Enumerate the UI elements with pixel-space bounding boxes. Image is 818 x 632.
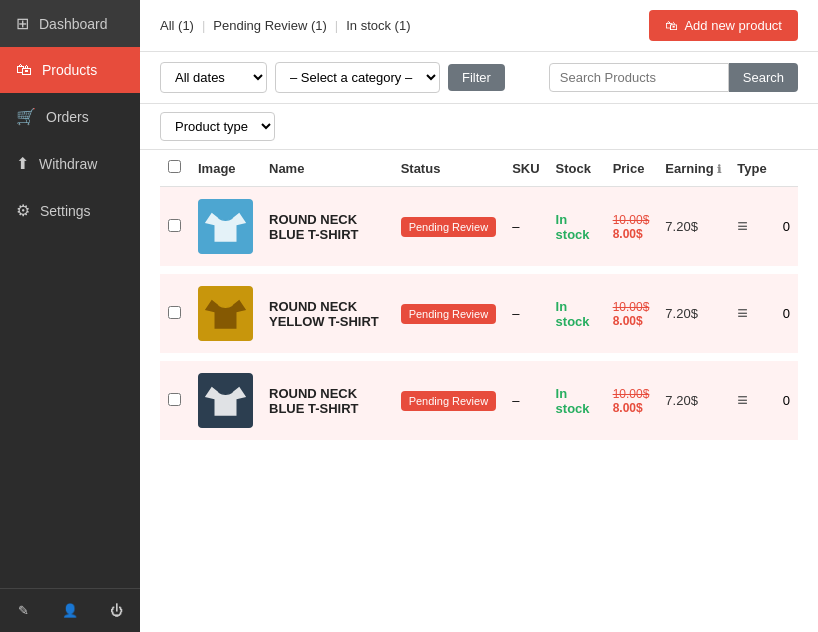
edit-button[interactable]: ✎ bbox=[0, 589, 47, 632]
tab-instock[interactable]: In stock (1) bbox=[346, 18, 410, 33]
sidebar-item-withdraw[interactable]: ⬆ Withdraw bbox=[0, 140, 140, 187]
settings-icon: ⚙ bbox=[16, 201, 30, 220]
row-image-cell bbox=[190, 357, 261, 444]
dashboard-icon: ⊞ bbox=[16, 14, 29, 33]
header-bar: All (1) | Pending Review (1) | In stock … bbox=[140, 0, 818, 52]
row-check-cell bbox=[160, 357, 190, 444]
col-extra bbox=[775, 150, 798, 187]
row-image-cell bbox=[190, 187, 261, 271]
date-filter-select[interactable]: All dates This month Last month bbox=[160, 62, 267, 93]
add-product-icon: 🛍 bbox=[665, 18, 678, 33]
orders-icon: 🛒 bbox=[16, 107, 36, 126]
row-earning-cell: 7.20$ bbox=[657, 270, 729, 357]
row-stock-cell: In stock bbox=[548, 357, 605, 444]
row-status-cell: Pending Review bbox=[393, 357, 505, 444]
row-name-cell: ROUND NECK BLUE T-SHIRT bbox=[261, 187, 393, 271]
main-content: All (1) | Pending Review (1) | In stock … bbox=[140, 0, 818, 632]
row-type-cell: ≡ bbox=[729, 270, 774, 357]
table-row: ROUND NECK BLUE T-SHIRT Pending Review –… bbox=[160, 187, 798, 271]
row-sku-cell: – bbox=[504, 357, 547, 444]
col-price: Price bbox=[605, 150, 658, 187]
col-name: Name bbox=[261, 150, 393, 187]
header-tabs: All (1) | Pending Review (1) | In stock … bbox=[160, 18, 410, 33]
sidebar-bottom: ✎ 👤 ⏻ bbox=[0, 588, 140, 632]
filters-row: All dates This month Last month – Select… bbox=[140, 52, 818, 104]
stock-value: In stock bbox=[556, 299, 590, 329]
add-product-button[interactable]: 🛍 Add new product bbox=[649, 10, 798, 41]
sidebar-item-label: Dashboard bbox=[39, 16, 108, 32]
earning-info-icon: ℹ bbox=[717, 163, 721, 175]
product-type-row: Product type Simple Variable bbox=[140, 104, 818, 150]
col-type: Type bbox=[729, 150, 774, 187]
power-button[interactable]: ⏻ bbox=[93, 589, 140, 632]
row-checkbox[interactable] bbox=[168, 306, 181, 319]
filter-button[interactable]: Filter bbox=[448, 64, 505, 91]
row-sku-cell: – bbox=[504, 270, 547, 357]
earning-value: 7.20$ bbox=[665, 306, 698, 321]
price-sale: 8.00$ bbox=[613, 401, 650, 415]
search-input[interactable] bbox=[549, 63, 729, 92]
col-earning: Earning ℹ bbox=[657, 150, 729, 187]
select-all-checkbox[interactable] bbox=[168, 160, 181, 173]
category-filter-select[interactable]: – Select a category – T-Shirts Hoodies A… bbox=[275, 62, 440, 93]
type-menu-icon[interactable]: ≡ bbox=[737, 216, 748, 236]
price-sale: 8.00$ bbox=[613, 314, 650, 328]
tab-divider-2: | bbox=[335, 18, 338, 33]
sidebar-item-label: Settings bbox=[40, 203, 91, 219]
tab-divider-1: | bbox=[202, 18, 205, 33]
row-checkbox[interactable] bbox=[168, 219, 181, 232]
tab-all[interactable]: All (1) bbox=[160, 18, 194, 33]
row-status-cell: Pending Review bbox=[393, 187, 505, 271]
price-original: 10.00$ bbox=[613, 300, 650, 314]
row-extra-cell: 0 bbox=[775, 187, 798, 271]
status-badge: Pending Review bbox=[401, 217, 497, 237]
search-group: Search bbox=[549, 63, 798, 92]
col-status: Status bbox=[393, 150, 505, 187]
col-check bbox=[160, 150, 190, 187]
earning-value: 7.20$ bbox=[665, 219, 698, 234]
col-stock: Stock bbox=[548, 150, 605, 187]
row-stock-cell: In stock bbox=[548, 270, 605, 357]
row-sku-cell: – bbox=[504, 187, 547, 271]
row-extra-cell: 0 bbox=[775, 357, 798, 444]
sidebar-item-settings[interactable]: ⚙ Settings bbox=[0, 187, 140, 234]
row-check-cell bbox=[160, 270, 190, 357]
tab-pending[interactable]: Pending Review (1) bbox=[213, 18, 326, 33]
product-name: ROUND NECK BLUE T-SHIRT bbox=[269, 212, 385, 242]
table-row: ROUND NECK YELLOW T-SHIRT Pending Review… bbox=[160, 270, 798, 357]
row-name-cell: ROUND NECK YELLOW T-SHIRT bbox=[261, 270, 393, 357]
product-type-select[interactable]: Product type Simple Variable bbox=[160, 112, 275, 141]
row-price-cell: 10.00$ 8.00$ bbox=[605, 187, 658, 271]
sidebar-item-dashboard[interactable]: ⊞ Dashboard bbox=[0, 0, 140, 47]
row-type-cell: ≡ bbox=[729, 187, 774, 271]
products-table: Image Name Status SKU Stock Price Earnin… bbox=[160, 150, 798, 448]
sidebar-item-products[interactable]: 🛍 Products bbox=[0, 47, 140, 93]
type-menu-icon[interactable]: ≡ bbox=[737, 303, 748, 323]
row-type-cell: ≡ bbox=[729, 357, 774, 444]
price-original: 10.00$ bbox=[613, 387, 650, 401]
user-button[interactable]: 👤 bbox=[47, 589, 94, 632]
product-name: ROUND NECK BLUE T-SHIRT bbox=[269, 386, 385, 416]
sidebar-item-orders[interactable]: 🛒 Orders bbox=[0, 93, 140, 140]
products-icon: 🛍 bbox=[16, 61, 32, 79]
product-image bbox=[198, 373, 253, 428]
status-badge: Pending Review bbox=[401, 304, 497, 324]
withdraw-icon: ⬆ bbox=[16, 154, 29, 173]
price-sale: 8.00$ bbox=[613, 227, 650, 241]
row-earning-cell: 7.20$ bbox=[657, 187, 729, 271]
price-original: 10.00$ bbox=[613, 213, 650, 227]
stock-value: In stock bbox=[556, 212, 590, 242]
row-name-cell: ROUND NECK BLUE T-SHIRT bbox=[261, 357, 393, 444]
row-price-cell: 10.00$ 8.00$ bbox=[605, 270, 658, 357]
row-image-cell bbox=[190, 270, 261, 357]
search-button[interactable]: Search bbox=[729, 63, 798, 92]
edit-icon: ✎ bbox=[18, 603, 29, 618]
status-badge: Pending Review bbox=[401, 391, 497, 411]
product-name: ROUND NECK YELLOW T-SHIRT bbox=[269, 299, 385, 329]
sidebar-item-label: Products bbox=[42, 62, 97, 78]
type-menu-icon[interactable]: ≡ bbox=[737, 390, 748, 410]
row-status-cell: Pending Review bbox=[393, 270, 505, 357]
product-image bbox=[198, 199, 253, 254]
row-checkbox[interactable] bbox=[168, 393, 181, 406]
row-price-cell: 10.00$ 8.00$ bbox=[605, 357, 658, 444]
